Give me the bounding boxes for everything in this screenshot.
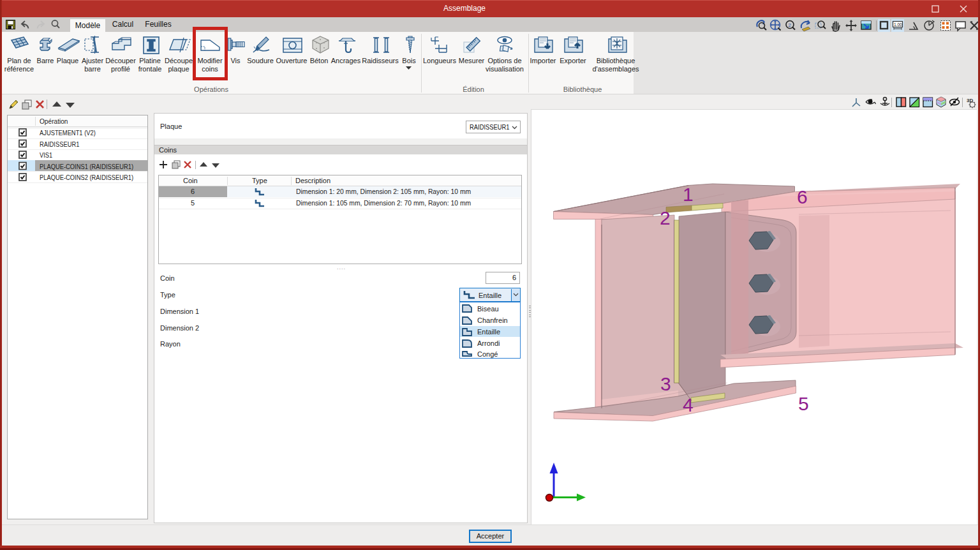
svg-text:5: 5 — [798, 393, 809, 414]
svg-text:3: 3 — [660, 373, 671, 394]
svg-text:2: 2 — [660, 207, 671, 228]
svg-text:4: 4 — [683, 394, 694, 415]
svg-text:6: 6 — [797, 186, 808, 207]
svg-text:1: 1 — [683, 184, 694, 205]
svg-text:1.00: 1.00 — [894, 22, 902, 27]
svg-text:2: 2 — [789, 22, 792, 28]
